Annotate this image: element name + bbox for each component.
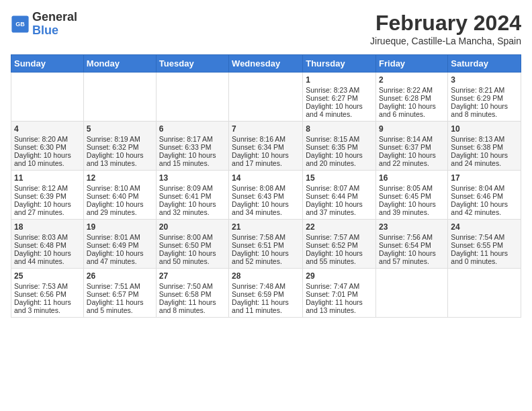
day-info: Sunrise: 8:19 AM bbox=[87, 135, 153, 143]
day-info: Daylight: 10 hours and 24 minutes. bbox=[451, 151, 518, 167]
calendar-cell: 17Sunrise: 8:04 AMSunset: 6:46 PMDayligh… bbox=[448, 171, 521, 220]
day-info: Daylight: 11 hours and 11 minutes. bbox=[232, 298, 300, 314]
day-number: 27 bbox=[159, 271, 226, 281]
calendar-cell: 24Sunrise: 7:54 AMSunset: 6:55 PMDayligh… bbox=[448, 220, 521, 269]
day-info: Sunset: 6:48 PM bbox=[14, 241, 81, 249]
day-info: Daylight: 10 hours and 20 minutes. bbox=[306, 151, 373, 167]
day-info: Sunrise: 8:01 AM bbox=[87, 233, 153, 241]
day-info: Daylight: 11 hours and 5 minutes. bbox=[87, 298, 153, 314]
day-info: Sunrise: 7:57 AM bbox=[306, 233, 373, 241]
day-number: 18 bbox=[14, 222, 81, 232]
day-info: Sunset: 6:59 PM bbox=[232, 290, 300, 298]
calendar-cell: 2Sunrise: 8:22 AMSunset: 6:28 PMDaylight… bbox=[376, 73, 448, 122]
logo-text: General Blue bbox=[32, 11, 77, 38]
day-number: 5 bbox=[87, 124, 153, 134]
day-info: Sunrise: 8:20 AM bbox=[14, 135, 81, 143]
day-info: Sunset: 6:44 PM bbox=[306, 192, 373, 200]
day-info: Daylight: 10 hours and 44 minutes. bbox=[14, 249, 81, 265]
day-number: 25 bbox=[14, 271, 81, 281]
day-info: Sunrise: 8:22 AM bbox=[379, 86, 445, 94]
calendar-cell: 18Sunrise: 8:03 AMSunset: 6:48 PMDayligh… bbox=[11, 220, 84, 269]
day-number: 2 bbox=[379, 75, 445, 85]
day-info: Sunrise: 7:56 AM bbox=[379, 233, 445, 241]
day-info: Daylight: 10 hours and 27 minutes. bbox=[14, 200, 81, 216]
calendar-cell bbox=[448, 269, 521, 318]
calendar-title: February 2024 bbox=[370, 11, 521, 36]
day-info: Sunrise: 8:17 AM bbox=[159, 135, 226, 143]
day-info: Sunrise: 8:04 AM bbox=[451, 184, 518, 192]
calendar-week-row: 11Sunrise: 8:12 AMSunset: 6:39 PMDayligh… bbox=[11, 171, 521, 220]
day-number: 15 bbox=[306, 173, 373, 183]
calendar-table: Sunday Monday Tuesday Wednesday Thursday… bbox=[11, 54, 521, 318]
day-info: Daylight: 11 hours and 13 minutes. bbox=[306, 298, 373, 314]
calendar-cell: 1Sunrise: 8:23 AMSunset: 6:27 PMDaylight… bbox=[303, 73, 376, 122]
day-info: Sunset: 6:58 PM bbox=[159, 290, 226, 298]
day-info: Daylight: 10 hours and 39 minutes. bbox=[379, 200, 445, 216]
day-info: Daylight: 10 hours and 22 minutes. bbox=[379, 151, 445, 167]
day-number: 29 bbox=[306, 271, 373, 281]
day-info: Sunrise: 7:47 AM bbox=[306, 282, 373, 290]
day-info: Sunset: 6:56 PM bbox=[14, 290, 81, 298]
calendar-cell: 21Sunrise: 7:58 AMSunset: 6:51 PMDayligh… bbox=[229, 220, 303, 269]
header-sunday: Sunday bbox=[11, 55, 84, 73]
day-number: 3 bbox=[451, 75, 518, 85]
header-wednesday: Wednesday bbox=[229, 55, 303, 73]
day-info: Sunrise: 8:13 AM bbox=[451, 135, 518, 143]
day-info: Sunset: 6:34 PM bbox=[232, 143, 300, 151]
calendar-cell: 28Sunrise: 7:48 AMSunset: 6:59 PMDayligh… bbox=[229, 269, 303, 318]
calendar-cell: 9Sunrise: 8:14 AMSunset: 6:37 PMDaylight… bbox=[376, 122, 448, 171]
day-number: 10 bbox=[451, 124, 518, 134]
day-number: 13 bbox=[159, 173, 226, 183]
day-info: Sunset: 6:39 PM bbox=[14, 192, 81, 200]
day-info: Daylight: 10 hours and 37 minutes. bbox=[306, 200, 373, 216]
day-info: Sunset: 7:01 PM bbox=[306, 290, 373, 298]
day-info: Daylight: 11 hours and 3 minutes. bbox=[14, 298, 81, 314]
calendar-cell: 23Sunrise: 7:56 AMSunset: 6:54 PMDayligh… bbox=[376, 220, 448, 269]
day-number: 23 bbox=[379, 222, 445, 232]
day-number: 12 bbox=[87, 173, 153, 183]
day-info: Sunset: 6:32 PM bbox=[87, 143, 153, 151]
day-number: 6 bbox=[159, 124, 226, 134]
day-info: Daylight: 10 hours and 17 minutes. bbox=[232, 151, 300, 167]
day-info: Sunset: 6:49 PM bbox=[87, 241, 153, 249]
header-monday: Monday bbox=[83, 55, 156, 73]
day-number: 24 bbox=[451, 222, 518, 232]
day-info: Sunrise: 7:53 AM bbox=[14, 282, 81, 290]
calendar-cell bbox=[11, 73, 84, 122]
calendar-cell: 20Sunrise: 8:00 AMSunset: 6:50 PMDayligh… bbox=[156, 220, 228, 269]
day-info: Sunset: 6:46 PM bbox=[451, 192, 518, 200]
logo-icon: GB bbox=[11, 15, 30, 34]
calendar-week-row: 25Sunrise: 7:53 AMSunset: 6:56 PMDayligh… bbox=[11, 269, 521, 318]
day-number: 22 bbox=[306, 222, 373, 232]
day-info: Sunrise: 7:51 AM bbox=[87, 282, 153, 290]
day-info: Sunrise: 7:58 AM bbox=[232, 233, 300, 241]
calendar-week-row: 4Sunrise: 8:20 AMSunset: 6:30 PMDaylight… bbox=[11, 122, 521, 171]
day-info: Sunset: 6:54 PM bbox=[379, 241, 445, 249]
calendar-cell: 26Sunrise: 7:51 AMSunset: 6:57 PMDayligh… bbox=[83, 269, 156, 318]
day-info: Sunrise: 8:15 AM bbox=[306, 135, 373, 143]
calendar-cell: 13Sunrise: 8:09 AMSunset: 6:41 PMDayligh… bbox=[156, 171, 228, 220]
calendar-cell bbox=[156, 73, 228, 122]
day-info: Sunrise: 8:14 AM bbox=[379, 135, 445, 143]
day-info: Sunrise: 8:16 AM bbox=[232, 135, 300, 143]
day-info: Sunset: 6:55 PM bbox=[451, 241, 518, 249]
day-info: Daylight: 10 hours and 42 minutes. bbox=[451, 200, 518, 216]
day-info: Daylight: 11 hours and 8 minutes. bbox=[159, 298, 226, 314]
calendar-cell: 4Sunrise: 8:20 AMSunset: 6:30 PMDaylight… bbox=[11, 122, 84, 171]
calendar-cell: 5Sunrise: 8:19 AMSunset: 6:32 PMDaylight… bbox=[83, 122, 156, 171]
calendar-cell bbox=[83, 73, 156, 122]
day-info: Sunset: 6:38 PM bbox=[451, 143, 518, 151]
day-info: Sunset: 6:33 PM bbox=[159, 143, 226, 151]
svg-text:GB: GB bbox=[15, 21, 25, 28]
day-info: Daylight: 10 hours and 15 minutes. bbox=[159, 151, 226, 167]
day-info: Sunrise: 8:09 AM bbox=[159, 184, 226, 192]
day-number: 21 bbox=[232, 222, 300, 232]
calendar-cell: 25Sunrise: 7:53 AMSunset: 6:56 PMDayligh… bbox=[11, 269, 84, 318]
day-info: Sunset: 6:41 PM bbox=[159, 192, 226, 200]
page-header: GB General Blue February 2024 Jirueque, … bbox=[11, 11, 521, 46]
calendar-cell bbox=[229, 73, 303, 122]
day-info: Sunrise: 8:08 AM bbox=[232, 184, 300, 192]
day-info: Daylight: 10 hours and 50 minutes. bbox=[159, 249, 226, 265]
calendar-cell: 19Sunrise: 8:01 AMSunset: 6:49 PMDayligh… bbox=[83, 220, 156, 269]
day-number: 8 bbox=[306, 124, 373, 134]
